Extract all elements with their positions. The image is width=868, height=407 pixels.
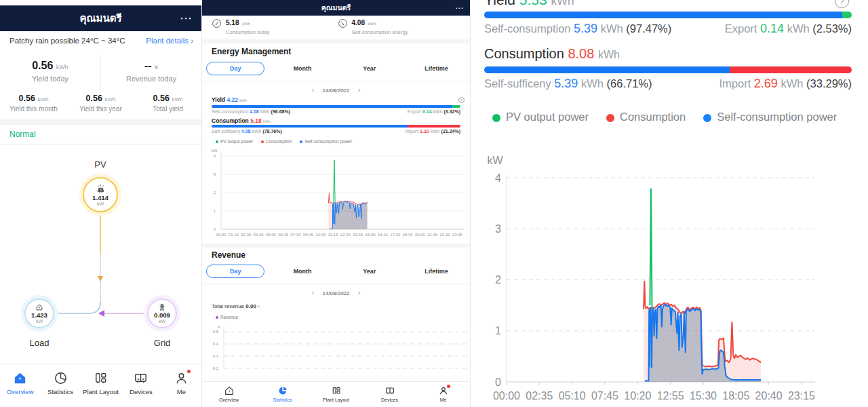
svg-text:23:15: 23:15: [788, 390, 815, 402]
chevron-right-icon: ›: [191, 37, 193, 45]
power-curves-chart: 43210kW00:0002:3505:1007:4510:2012:5515:…: [471, 142, 868, 407]
date-navigator: ‹ 14/08/2022 ›: [202, 289, 470, 296]
nav-plant-layout[interactable]: Plant Layout: [81, 364, 121, 407]
weather-text: Patchy rain possible 24°C ~ 34°C: [9, 37, 125, 45]
load-node[interactable]: 1.423 kW: [24, 298, 54, 328]
svg-text:15:00: 15:00: [365, 233, 376, 237]
revenue-chart: 0.50.40.30.2¥: [202, 322, 471, 381]
tab-day[interactable]: Day: [202, 265, 269, 278]
svg-text:10:00: 10:00: [315, 233, 326, 237]
kpi-self-consumption-energy: 4.08 kWh Self-consumption energy: [338, 18, 464, 39]
grid-node[interactable]: 0.009 kW: [147, 298, 177, 328]
svg-text:2: 2: [214, 191, 216, 195]
more-menu-icon[interactable]: ⋯: [180, 11, 192, 26]
tab-lifetime[interactable]: Lifetime: [403, 268, 470, 275]
load-label: Load: [19, 338, 60, 348]
svg-text:4: 4: [214, 154, 216, 158]
svg-text:0.5: 0.5: [213, 330, 219, 334]
home-icon: [12, 370, 28, 386]
nav-me[interactable]: Me: [161, 364, 201, 407]
svg-text:23:45: 23:45: [452, 233, 463, 237]
energy-management-chart: 43210kW00:0001:1502:3003:4505:0006:1507:…: [202, 146, 471, 242]
divider: [202, 81, 470, 81]
app-header: คุณมนตรี ⋯: [0, 5, 201, 31]
consumption-row: Consumption 5.18 kWh: [212, 117, 271, 124]
plant-layout-icon: [331, 385, 342, 396]
nav-statistics[interactable]: Statistics: [256, 382, 309, 407]
plant-layout-icon: [93, 370, 108, 386]
plant-title: คุณมนตรี: [80, 10, 122, 26]
nav-me[interactable]: Me: [416, 382, 470, 407]
help-icon[interactable]: ?: [835, 0, 849, 8]
tab-day[interactable]: Day: [202, 62, 269, 75]
divider: [0, 144, 201, 144]
plant-title: คุณมนตรี: [321, 2, 351, 14]
svg-text:0.4: 0.4: [213, 342, 219, 346]
yield-split-labels: Self-consumption 5.39 kWh (97.47%) Expor…: [484, 22, 852, 36]
svg-text:2: 2: [495, 274, 501, 286]
legend-dot-green: [216, 140, 218, 143]
svg-text:07:45: 07:45: [591, 390, 618, 402]
kpi-consumption-today: 5.18 kWh Consumption today: [212, 18, 338, 39]
svg-text:20:00: 20:00: [415, 233, 426, 237]
energy-flow-diagram: PV 1.414 kW 1.423: [0, 146, 201, 361]
svg-text:22:30: 22:30: [439, 233, 450, 237]
nav-overview[interactable]: Overview: [202, 382, 256, 407]
tab-lifetime[interactable]: Lifetime: [403, 65, 470, 72]
yield-row: Yield 5.53 kWh: [484, 0, 574, 8]
yield-row: Yield 4.22 kWh: [212, 96, 247, 103]
pv-power-value: 1.414: [92, 195, 108, 201]
energy-chart-legend: PV output power Consumption Self-consump…: [216, 139, 352, 144]
svg-text:12:55: 12:55: [657, 390, 684, 402]
svg-text:06:15: 06:15: [278, 233, 289, 237]
help-icon[interactable]: ?: [458, 97, 465, 103]
self-consumption-stat: Self-consumption 5.39 kWh (97.47%): [484, 22, 671, 36]
nav-plant-layout[interactable]: Plant Layout: [309, 382, 363, 407]
chevron-right-icon[interactable]: ›: [351, 289, 367, 296]
selected-date: 14/08/2022: [322, 88, 349, 94]
import-stat: Import 2.69 kWh (33.29%): [719, 77, 852, 91]
tab-year[interactable]: Year: [336, 65, 403, 72]
plant-details-link[interactable]: Plant details ›: [146, 37, 193, 45]
chevron-left-icon[interactable]: ‹: [305, 86, 321, 94]
svg-text:17:30: 17:30: [390, 233, 401, 237]
load-power-value: 1.423: [31, 312, 47, 319]
person-icon: [174, 370, 189, 386]
svg-text:02:30: 02:30: [241, 233, 252, 237]
nav-devices[interactable]: Devices: [121, 364, 161, 407]
notification-badge: [447, 385, 450, 388]
nav-statistics[interactable]: Statistics: [40, 364, 80, 407]
tab-month[interactable]: Month: [269, 65, 336, 72]
primary-kpis: 0.56 kWh Yield today -- ¥ Revenue today: [0, 56, 201, 91]
kpi-yield-today: 0.56 kWh Yield today: [0, 56, 100, 91]
bottom-navigation: Overview Statistics Plant Layout: [202, 381, 470, 407]
svg-text:08:45: 08:45: [303, 233, 314, 237]
chevron-left-icon[interactable]: ‹: [305, 289, 321, 296]
svg-text:0.3: 0.3: [213, 354, 219, 358]
svg-text:4: 4: [495, 172, 501, 184]
svg-text:18:45: 18:45: [402, 233, 413, 237]
more-menu-icon[interactable]: ⋯: [455, 3, 463, 13]
svg-text:21:15: 21:15: [427, 233, 438, 237]
self-consumption-stat: Self-consumption 4.08 kWh (96.68%): [212, 109, 290, 114]
nav-overview[interactable]: Overview: [0, 364, 40, 407]
svg-text:05:00: 05:00: [266, 233, 277, 237]
export-stat: Export 0.14 kWh (2.53%): [725, 22, 852, 36]
overview-screen: คุณมนตรี ⋯ Patchy rain possible 24°C ~ 3…: [0, 0, 202, 407]
pv-node[interactable]: 1.414 kW: [83, 177, 118, 212]
chevron-right-icon[interactable]: ›: [351, 86, 367, 94]
notification-badge: [187, 370, 191, 373]
svg-text:16:15: 16:15: [378, 233, 389, 237]
svg-text:20:40: 20:40: [755, 390, 783, 402]
tab-month[interactable]: Month: [269, 268, 336, 275]
selected-date: 14/08/2022: [322, 290, 349, 296]
consumption-split-labels: Self-sufficeny 4.08 kWh (78.76%) Import …: [212, 129, 460, 134]
svg-text:kW: kW: [487, 155, 503, 166]
consumption-split-labels: Self-sufficeny 5.39 kWh (66.71%) Import …: [484, 77, 852, 91]
nav-devices[interactable]: Devices: [363, 382, 416, 407]
legend-self-consumption: Self-consumption power: [300, 139, 352, 144]
svg-text:0.2: 0.2: [213, 366, 219, 370]
legend-consumption: Consumption: [261, 139, 292, 144]
svg-text:01:15: 01:15: [229, 233, 239, 237]
tab-year[interactable]: Year: [336, 268, 403, 275]
